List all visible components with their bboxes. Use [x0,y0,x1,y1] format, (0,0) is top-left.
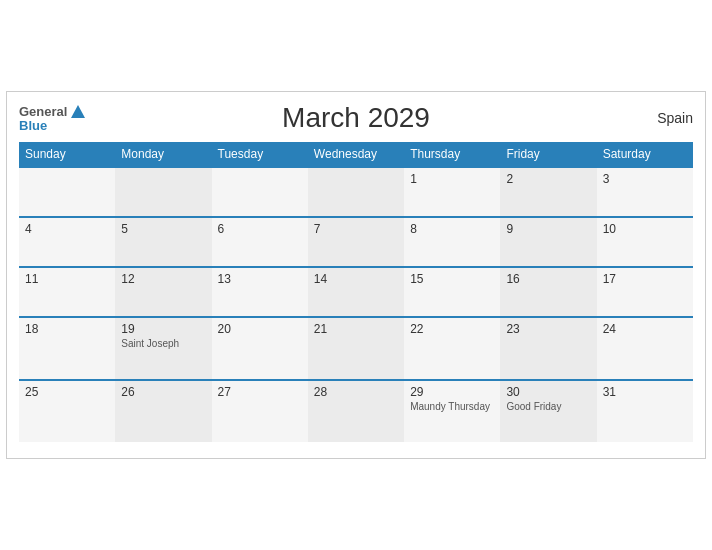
day-number: 13 [218,272,302,286]
calendar-day-cell: 22 [404,317,500,380]
calendar-day-cell: 15 [404,267,500,317]
day-number: 1 [410,172,494,186]
calendar-day-cell: 14 [308,267,404,317]
day-number: 19 [121,322,205,336]
calendar-day-cell: 19Saint Joseph [115,317,211,380]
calendar-title: March 2029 [282,102,430,134]
calendar-day-cell: 11 [19,267,115,317]
day-number: 24 [603,322,687,336]
calendar-day-cell: 6 [212,217,308,267]
day-number: 12 [121,272,205,286]
week-row-3: 1819Saint Joseph2021222324 [19,317,693,380]
calendar-day-cell [19,167,115,217]
calendar-day-cell: 9 [500,217,596,267]
holiday-label: Saint Joseph [121,338,205,349]
country-label: Spain [657,110,693,126]
day-number: 17 [603,272,687,286]
day-number: 31 [603,385,687,399]
day-number: 7 [314,222,398,236]
calendar-day-cell: 4 [19,217,115,267]
day-number: 27 [218,385,302,399]
day-number: 5 [121,222,205,236]
calendar-day-cell: 31 [597,380,693,442]
calendar-thead: SundayMondayTuesdayWednesdayThursdayFrid… [19,142,693,167]
week-row-1: 45678910 [19,217,693,267]
day-number: 26 [121,385,205,399]
calendar-day-cell: 8 [404,217,500,267]
calendar-table: SundayMondayTuesdayWednesdayThursdayFrid… [19,142,693,442]
day-number: 25 [25,385,109,399]
calendar-day-cell: 21 [308,317,404,380]
logo-general-text: General [19,105,67,118]
holiday-label: Good Friday [506,401,590,412]
day-number: 16 [506,272,590,286]
calendar-container: General Blue March 2029 Spain SundayMond… [6,91,706,459]
day-number: 4 [25,222,109,236]
weekday-header-monday: Monday [115,142,211,167]
logo-line: General [19,105,87,119]
calendar-day-cell: 13 [212,267,308,317]
calendar-day-cell [115,167,211,217]
week-row-0: 123 [19,167,693,217]
calendar-day-cell: 30Good Friday [500,380,596,442]
day-number: 22 [410,322,494,336]
day-number: 11 [25,272,109,286]
day-number: 28 [314,385,398,399]
day-number: 6 [218,222,302,236]
calendar-day-cell: 27 [212,380,308,442]
day-number: 9 [506,222,590,236]
calendar-day-cell: 1 [404,167,500,217]
day-number: 8 [410,222,494,236]
day-number: 10 [603,222,687,236]
calendar-day-cell: 26 [115,380,211,442]
day-number: 30 [506,385,590,399]
weekday-header-thursday: Thursday [404,142,500,167]
calendar-day-cell: 3 [597,167,693,217]
calendar-tbody: 12345678910111213141516171819Saint Josep… [19,167,693,442]
day-number: 20 [218,322,302,336]
day-number: 2 [506,172,590,186]
calendar-day-cell: 20 [212,317,308,380]
calendar-day-cell: 29Maundy Thursday [404,380,500,442]
weekday-header-row: SundayMondayTuesdayWednesdayThursdayFrid… [19,142,693,167]
week-row-4: 2526272829Maundy Thursday30Good Friday31 [19,380,693,442]
day-number: 15 [410,272,494,286]
weekday-header-saturday: Saturday [597,142,693,167]
holiday-label: Maundy Thursday [410,401,494,412]
calendar-day-cell [308,167,404,217]
calendar-day-cell: 7 [308,217,404,267]
day-number: 21 [314,322,398,336]
day-number: 23 [506,322,590,336]
weekday-header-sunday: Sunday [19,142,115,167]
calendar-header: General Blue March 2029 Spain [19,102,693,134]
week-row-2: 11121314151617 [19,267,693,317]
calendar-day-cell: 12 [115,267,211,317]
weekday-header-wednesday: Wednesday [308,142,404,167]
calendar-day-cell: 5 [115,217,211,267]
calendar-day-cell: 28 [308,380,404,442]
weekday-header-friday: Friday [500,142,596,167]
weekday-header-tuesday: Tuesday [212,142,308,167]
calendar-day-cell: 25 [19,380,115,442]
calendar-day-cell [212,167,308,217]
calendar-day-cell: 24 [597,317,693,380]
day-number: 3 [603,172,687,186]
calendar-day-cell: 16 [500,267,596,317]
day-number: 29 [410,385,494,399]
logo: General Blue [19,105,87,132]
day-number: 18 [25,322,109,336]
day-number: 14 [314,272,398,286]
calendar-day-cell: 18 [19,317,115,380]
calendar-day-cell: 17 [597,267,693,317]
calendar-day-cell: 2 [500,167,596,217]
logo-blue-text: Blue [19,119,47,132]
calendar-day-cell: 10 [597,217,693,267]
logo-triangle-icon [71,105,85,118]
calendar-day-cell: 23 [500,317,596,380]
